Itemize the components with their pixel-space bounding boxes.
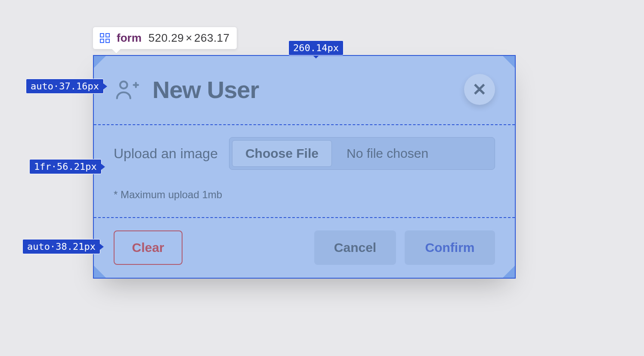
form-header: New User ✕ bbox=[114, 74, 495, 125]
form-title: New User bbox=[152, 76, 452, 104]
confirm-button[interactable]: Confirm bbox=[405, 230, 495, 265]
close-button[interactable]: ✕ bbox=[464, 74, 495, 105]
upload-label: Upload an image bbox=[114, 146, 218, 162]
tooltip-height: 263.17 bbox=[194, 31, 230, 44]
cancel-button[interactable]: Cancel bbox=[314, 230, 396, 265]
grid-column-badge: 260.14px bbox=[288, 40, 344, 55]
resize-handle-br bbox=[503, 266, 515, 278]
new-user-form: New User ✕ Upload an image Choose File N… bbox=[93, 55, 516, 279]
resize-handle-tl bbox=[94, 56, 106, 68]
clear-button[interactable]: Clear bbox=[114, 230, 183, 265]
upload-hint: * Maximum upload 1mb bbox=[114, 189, 495, 201]
form-body: Upload an image Choose File No file chos… bbox=[114, 125, 495, 218]
form-footer: Clear Cancel Confirm bbox=[114, 218, 495, 265]
grid-icon bbox=[100, 33, 110, 43]
upload-row: Upload an image Choose File No file chos… bbox=[114, 137, 495, 170]
resize-handle-bl bbox=[94, 266, 106, 278]
resize-handle-tr bbox=[503, 56, 515, 68]
user-plus-icon bbox=[114, 76, 140, 103]
file-input[interactable]: Choose File No file chosen bbox=[229, 137, 495, 170]
close-icon: ✕ bbox=[472, 80, 487, 99]
grid-row3-badge: auto·38.21px bbox=[22, 239, 100, 254]
inspector-tooltip: form 520.29×263.17 bbox=[93, 27, 237, 49]
choose-file-button[interactable]: Choose File bbox=[232, 140, 332, 167]
tooltip-dimensions: 520.29×263.17 bbox=[149, 31, 230, 45]
grid-row2-badge: 1fr·56.21px bbox=[29, 159, 102, 174]
grid-row1-badge: auto·37.16px bbox=[26, 79, 104, 94]
tooltip-width: 520.29 bbox=[149, 31, 184, 44]
tooltip-tag: form bbox=[117, 31, 142, 45]
svg-point-0 bbox=[120, 81, 127, 89]
file-status-text: No file chosen bbox=[334, 138, 495, 169]
